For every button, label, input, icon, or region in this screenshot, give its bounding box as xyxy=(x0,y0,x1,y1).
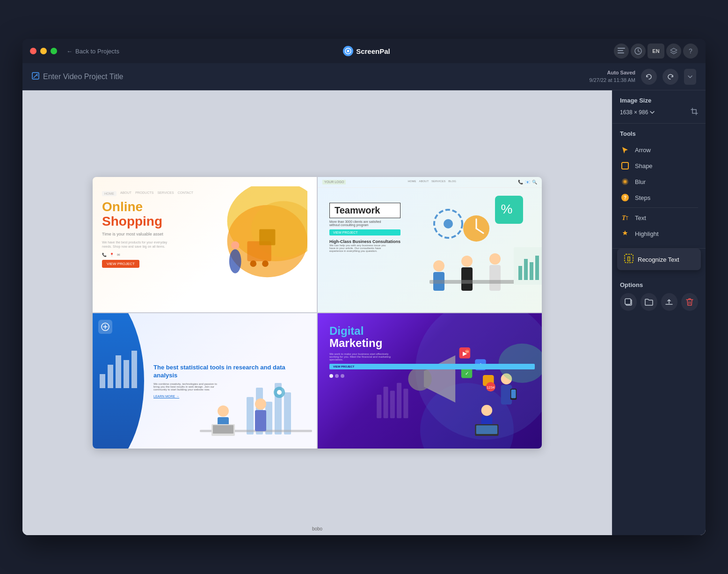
screenpal-logo-icon xyxy=(343,46,353,56)
canvas-timestamp: bobo xyxy=(312,526,322,531)
svg-rect-34 xyxy=(524,259,528,280)
shopping-text-content: HOME ABOUT PRODUCTS SERVICES CONTACT Onl… xyxy=(102,191,193,268)
svg-point-13 xyxy=(250,260,256,267)
delete-option-button[interactable] xyxy=(681,293,698,311)
svg-rect-52 xyxy=(213,425,233,434)
layers-icon-button[interactable] xyxy=(666,44,681,59)
stats-charts xyxy=(97,337,144,393)
tool-shape[interactable]: Shape xyxy=(620,158,698,174)
chevron-down-icon xyxy=(650,111,655,114)
stats-title: The best statistical tools in research a… xyxy=(153,364,307,380)
svg-rect-30 xyxy=(489,265,501,291)
text-tool-label: Text xyxy=(635,214,646,221)
svg-rect-17 xyxy=(259,229,275,245)
digital-title: Digital Marketing xyxy=(329,325,535,350)
project-title-text[interactable]: Enter Video Project Title xyxy=(43,73,123,81)
title-bar: ← Back to Projects ScreenPal xyxy=(22,39,706,63)
svg-rect-78 xyxy=(377,395,381,418)
svg-point-16 xyxy=(231,241,239,249)
title-bar-center: ScreenPal xyxy=(119,46,614,56)
svg-rect-36 xyxy=(535,256,539,280)
svg-rect-3 xyxy=(618,50,623,51)
svg-text:%: % xyxy=(501,202,513,216)
tools-divider xyxy=(620,207,698,208)
options-section: Options xyxy=(612,275,706,317)
shape-tool-label: Shape xyxy=(635,162,653,169)
window-controls xyxy=(30,48,57,54)
image-size-label: Image Size xyxy=(620,97,698,104)
highlight-tool-icon xyxy=(620,228,630,239)
stats-brand-icon xyxy=(98,320,112,334)
svg-line-7 xyxy=(638,51,640,52)
language-button[interactable]: EN xyxy=(648,44,664,59)
svg-rect-79 xyxy=(383,387,388,418)
back-arrow-icon: ← xyxy=(66,48,73,55)
options-label: Options xyxy=(620,281,698,288)
canvas-cell-teamwork: YOUR LOGO HOME ABOUT SERVICES BLOG 📞 📧 🔍 xyxy=(318,177,542,312)
redo-button[interactable] xyxy=(662,69,678,85)
image-size-section: Image Size 1638 × 986 xyxy=(612,90,706,124)
help-icon-button[interactable]: ? xyxy=(683,44,698,59)
question-mark-icon: ? xyxy=(689,47,692,55)
recognize-text-popup[interactable]: [] Recognize Text xyxy=(617,249,701,270)
close-button[interactable] xyxy=(30,48,36,54)
tool-highlight[interactable]: Highlight xyxy=(620,226,698,242)
svg-rect-94 xyxy=(625,299,631,304)
digital-title-line1: Digital xyxy=(329,325,535,337)
maximize-button[interactable] xyxy=(51,48,57,54)
svg-point-25 xyxy=(433,260,444,272)
shopping-title-shopping: Shopping xyxy=(102,214,193,229)
tool-text[interactable]: T T Text xyxy=(620,210,698,226)
project-title-area: Enter Video Project Title xyxy=(32,72,590,81)
svg-rect-81 xyxy=(397,383,401,419)
copy-option-button[interactable] xyxy=(620,293,637,311)
svg-rect-2 xyxy=(618,48,625,49)
svg-rect-43 xyxy=(247,397,254,434)
teamwork-text-area: Teamwork More than 3000 clients are sati… xyxy=(325,198,400,252)
tool-blur[interactable]: Blur xyxy=(620,174,698,190)
digital-title-line2: Marketing xyxy=(329,337,535,349)
dropdown-button[interactable] xyxy=(684,69,696,85)
project-bar: Enter Video Project Title Auto Saved 9/2… xyxy=(22,63,706,90)
teamwork-subtitle: More than 3000 clients are satisfied wit… xyxy=(329,220,386,227)
undo-button[interactable] xyxy=(641,69,657,85)
canvas-grid: HOME ABOUT PRODUCTS SERVICES CONTACT Onl… xyxy=(93,177,542,449)
shopping-meta-icons: 📞 📍 ✉ xyxy=(102,253,193,257)
svg-point-29 xyxy=(489,253,501,265)
tools-label: Tools xyxy=(620,130,698,137)
svg-rect-38 xyxy=(100,374,105,388)
upload-option-button[interactable] xyxy=(661,293,678,311)
auto-saved-label: Auto Saved xyxy=(607,70,635,75)
svg-rect-39 xyxy=(108,365,113,388)
svg-rect-4 xyxy=(618,52,624,53)
tool-arrow[interactable]: Arrow xyxy=(620,142,698,158)
teamwork-illustration: % xyxy=(401,177,542,312)
svg-point-15 xyxy=(229,249,241,273)
canvas-area[interactable]: HOME ABOUT PRODUCTS SERVICES CONTACT Onl… xyxy=(22,90,612,535)
shopping-body-text: We have the best products for your every… xyxy=(102,240,167,250)
image-size-value[interactable]: 1638 × 986 xyxy=(620,109,655,116)
svg-point-49 xyxy=(218,405,229,417)
teamwork-header: Teamwork xyxy=(329,203,400,218)
canvas-cell-shopping: HOME ABOUT PRODUCTS SERVICES CONTACT Onl… xyxy=(93,177,317,312)
svg-text:[]: [] xyxy=(627,256,631,261)
digital-cta: VIEW PROJECT xyxy=(329,364,535,369)
tool-steps[interactable]: ? Steps xyxy=(620,190,698,206)
tools-section: Tools Arrow xyxy=(612,124,706,249)
screenpal-logo-text: ScreenPal xyxy=(356,47,390,55)
list-icon-button[interactable] xyxy=(614,44,629,59)
clock-icon-button[interactable] xyxy=(631,44,646,59)
view-project-btn-shopping[interactable]: VIEW PROJECT xyxy=(102,260,139,268)
app-window: ← Back to Projects ScreenPal xyxy=(22,39,706,535)
stats-text-content: The best statistical tools in research a… xyxy=(153,364,307,398)
blur-tool-label: Blur xyxy=(635,178,646,185)
svg-rect-80 xyxy=(390,391,395,419)
back-to-projects-link[interactable]: ← Back to Projects xyxy=(66,48,119,55)
crop-icon[interactable] xyxy=(691,108,698,117)
highlight-tool-label: Highlight xyxy=(635,230,659,237)
folder-option-button[interactable] xyxy=(641,293,657,311)
screenpal-logo: ScreenPal xyxy=(343,46,390,56)
minimize-button[interactable] xyxy=(40,48,47,54)
steps-tool-icon: ? xyxy=(620,192,630,203)
auto-saved-info: Auto Saved 9/27/22 at 11:38 AM xyxy=(590,69,635,84)
